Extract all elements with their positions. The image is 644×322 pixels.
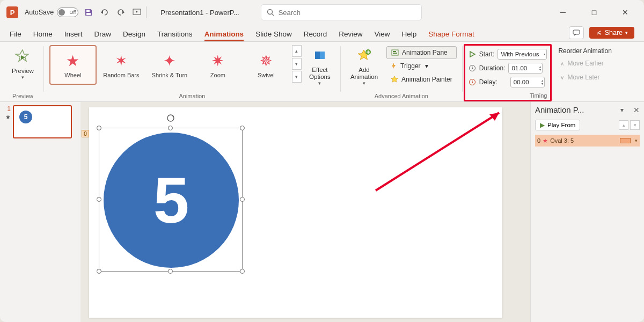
from-beginning-icon[interactable] — [132, 8, 142, 17]
reorder-title: Reorder Animation — [556, 46, 613, 56]
group-reorder: Reorder Animation ∧Move Earlier ∨Move La… — [552, 44, 618, 101]
start-label: Start: — [479, 50, 495, 58]
close-button[interactable]: ✕ — [617, 4, 633, 20]
quick-access-toolbar — [84, 8, 142, 17]
anim-swivel[interactable]: ✵Swivel — [243, 45, 290, 85]
app-icon: P — [6, 6, 18, 18]
delay-icon — [469, 78, 476, 86]
effect-options-button[interactable]: Effect Options ▾ — [305, 45, 335, 88]
tab-record[interactable]: Record — [304, 30, 327, 41]
animation-pane-title: Animation P... — [535, 105, 584, 114]
pane-move-up-button[interactable]: ▴ — [619, 120, 628, 130]
undo-icon[interactable] — [100, 8, 109, 17]
preview-button[interactable]: Preview ▾ — [8, 45, 38, 88]
resize-handle-sw[interactable] — [97, 269, 101, 274]
rotate-handle-icon[interactable] — [166, 113, 175, 125]
animation-indicator-icon: ★ — [4, 114, 11, 121]
tab-design[interactable]: Design — [123, 30, 145, 41]
trigger-button[interactable]: Trigger▾ — [386, 60, 457, 72]
delay-input[interactable]: 00.00▴▾ — [510, 77, 545, 87]
tab-insert[interactable]: Insert — [64, 30, 83, 41]
search-icon — [267, 9, 274, 16]
pane-icon — [391, 49, 399, 56]
trigger-icon — [391, 62, 397, 70]
move-earlier-button[interactable]: ∧Move Earlier — [556, 57, 608, 70]
timing-bar — [620, 138, 631, 143]
entry-menu-icon[interactable]: ▾ — [635, 138, 638, 143]
clock-icon — [469, 64, 476, 72]
duration-input[interactable]: 01.00▴▾ — [508, 63, 543, 74]
group-advanced-animation: Add Animation ▾ Animation Pane Trigger▾ … — [342, 44, 461, 101]
window-controls: ─ □ ✕ — [555, 4, 638, 20]
svg-rect-11 — [393, 53, 397, 54]
move-later-button[interactable]: ∨Move Later — [556, 71, 604, 84]
resize-handle-w[interactable] — [97, 197, 101, 202]
resize-handle-se[interactable] — [240, 269, 245, 274]
group-preview: Preview ▾ Preview — [3, 44, 42, 101]
tab-view[interactable]: View — [374, 30, 390, 41]
add-animation-button[interactable]: Add Animation ▾ — [346, 45, 382, 88]
play-icon — [469, 50, 476, 58]
minimize-button[interactable]: ─ — [555, 4, 571, 20]
slide[interactable]: 0 5 — [89, 107, 502, 318]
search-input[interactable] — [279, 9, 416, 17]
maximize-button[interactable]: □ — [586, 4, 602, 20]
comments-button[interactable] — [569, 26, 584, 39]
anim-wheel[interactable]: ★Wheel — [49, 45, 97, 85]
slide-thumbnail-1[interactable]: 5 — [13, 105, 72, 138]
chevron-down-icon[interactable]: ▾ — [620, 106, 624, 114]
svg-rect-1 — [86, 13, 91, 15]
resize-handle-ne[interactable] — [240, 126, 245, 130]
delay-label: Delay: — [479, 78, 497, 86]
slide-thumbnails: 1 ★ 5 — [0, 102, 80, 322]
autosave-label: AutoSave — [25, 9, 54, 16]
document-title: Presentation1 - PowerP... — [160, 9, 239, 17]
start-dropdown[interactable]: With Previous▾ — [497, 49, 547, 60]
star-icon: ★ — [543, 137, 548, 144]
entry-index: 0 — [537, 137, 540, 144]
animation-gallery-nav: ▴ ▾ ▾ — [292, 45, 302, 83]
tab-help[interactable]: Help — [402, 30, 417, 41]
tab-shape-format[interactable]: Shape Format — [428, 30, 474, 41]
tab-slide-show[interactable]: Slide Show — [255, 30, 292, 41]
svg-rect-0 — [86, 10, 90, 12]
resize-handle-n[interactable] — [168, 126, 173, 130]
animation-order-tag[interactable]: 0 — [82, 130, 89, 137]
anim-shrink-turn[interactable]: ✦Shrink & Turn — [146, 45, 193, 85]
resize-handle-e[interactable] — [240, 197, 245, 202]
tab-review[interactable]: Review — [339, 30, 362, 41]
tab-animations[interactable]: Animations — [204, 30, 244, 41]
group-animation: ★Wheel ✶Random Bars ✦Shrink & Turn ✷Zoom… — [45, 44, 339, 101]
animation-entry[interactable]: 0 ★ Oval 3: 5 ▾ — [535, 135, 640, 147]
autosave-toggle[interactable]: Off — [57, 8, 78, 17]
tab-draw[interactable]: Draw — [94, 30, 112, 41]
svg-point-3 — [267, 10, 272, 14]
thumb-circle: 5 — [19, 111, 32, 123]
resize-handle-nw[interactable] — [97, 126, 101, 130]
workspace: 1 ★ 5 0 5 — [0, 102, 644, 322]
save-icon[interactable] — [84, 8, 93, 17]
tab-file[interactable]: File — [10, 30, 21, 41]
tab-transitions[interactable]: Transitions — [157, 30, 193, 41]
oval-shape[interactable]: 5 — [104, 133, 239, 268]
anim-zoom[interactable]: ✷Zoom — [194, 45, 241, 85]
animation-painter-button[interactable]: Animation Painter — [386, 73, 457, 86]
close-pane-button[interactable]: ✕ — [633, 106, 640, 114]
anim-random-bars[interactable]: ✶Random Bars — [98, 45, 145, 85]
shape-selection[interactable]: 5 — [99, 128, 243, 272]
tab-home[interactable]: Home — [33, 30, 53, 41]
group-timing: Start: With Previous▾ Duration: 01.00▴▾ … — [464, 44, 552, 101]
gallery-up-button[interactable]: ▴ — [292, 45, 302, 57]
play-from-button[interactable]: ▶Play From — [535, 120, 580, 130]
titlebar: P AutoSave Off Presentation1 - PowerP...… — [0, 0, 644, 25]
animation-pane-button[interactable]: Animation Pane — [386, 46, 457, 59]
pane-move-down-button[interactable]: ▾ — [630, 120, 640, 130]
ribbon: Preview ▾ Preview ★Wheel ✶Random Bars ✦S… — [0, 42, 644, 102]
painter-icon — [391, 76, 398, 83]
redo-icon[interactable] — [116, 8, 126, 17]
gallery-down-button[interactable]: ▾ — [292, 58, 302, 70]
resize-handle-s[interactable] — [168, 269, 173, 274]
search-box[interactable] — [261, 4, 422, 20]
share-button[interactable]: Share▾ — [589, 27, 634, 39]
gallery-more-button[interactable]: ▾ — [292, 71, 302, 83]
